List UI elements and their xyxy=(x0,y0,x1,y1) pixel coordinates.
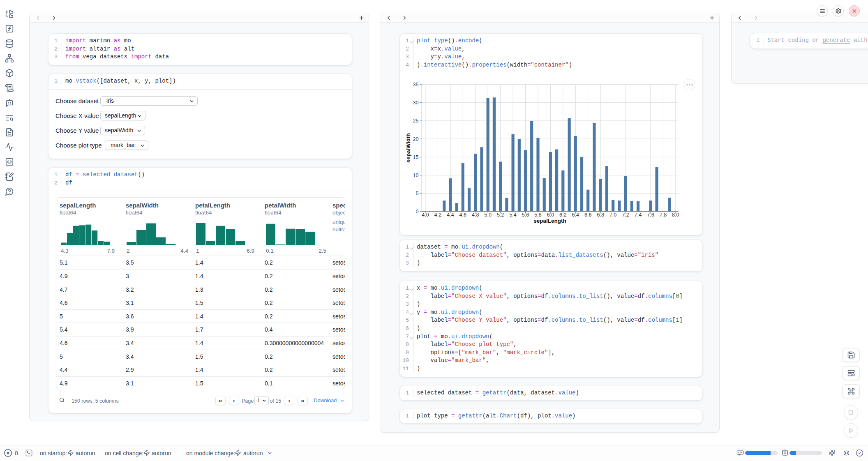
svg-text:sepalLength: sepalLength xyxy=(533,218,566,224)
svg-text:7.6: 7.6 xyxy=(647,212,654,218)
svg-text:4.0: 4.0 xyxy=(422,212,429,218)
svg-text:20: 20 xyxy=(413,136,418,142)
svg-text:5: 5 xyxy=(416,191,418,196)
svg-text:5.6: 5.6 xyxy=(522,212,529,218)
svg-text:30: 30 xyxy=(413,100,418,106)
svg-text:5.8: 5.8 xyxy=(534,212,541,218)
svg-text:25: 25 xyxy=(413,118,418,124)
svg-text:5.2: 5.2 xyxy=(497,212,504,218)
svg-text:15: 15 xyxy=(413,154,418,160)
svg-text:sepalWidth: sepalWidth xyxy=(405,133,411,163)
svg-text:10: 10 xyxy=(413,173,418,178)
svg-text:6.0: 6.0 xyxy=(547,212,554,218)
svg-text:5.4: 5.4 xyxy=(509,212,516,218)
svg-text:6.8: 6.8 xyxy=(597,212,604,218)
svg-text:6.2: 6.2 xyxy=(559,212,566,218)
svg-text:0: 0 xyxy=(416,209,418,214)
svg-text:4.2: 4.2 xyxy=(434,212,441,218)
svg-text:4.4: 4.4 xyxy=(447,212,454,218)
svg-text:7.0: 7.0 xyxy=(609,212,616,218)
svg-text:6.4: 6.4 xyxy=(572,212,579,218)
svg-text:35: 35 xyxy=(413,82,418,88)
svg-text:6.6: 6.6 xyxy=(584,212,591,218)
svg-text:5.0: 5.0 xyxy=(485,212,492,218)
svg-text:7.8: 7.8 xyxy=(660,212,667,218)
svg-text:7.2: 7.2 xyxy=(622,212,629,218)
svg-text:4.6: 4.6 xyxy=(459,212,466,218)
svg-text:8.0: 8.0 xyxy=(672,212,679,218)
svg-text:7.4: 7.4 xyxy=(635,212,642,218)
svg-text:4.8: 4.8 xyxy=(472,212,479,218)
